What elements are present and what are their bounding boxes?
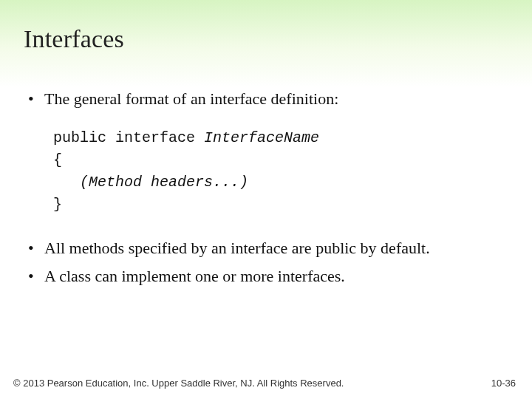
code-line: } xyxy=(53,194,508,216)
code-block: public interface InterfaceName{ (Method … xyxy=(53,127,508,216)
page-title: Interfaces xyxy=(24,25,124,53)
bullet-item: All methods specified by an interface ar… xyxy=(24,236,508,260)
bullet-text: All methods specified by an interface ar… xyxy=(44,239,430,257)
bullet-text: The general format of an interface defin… xyxy=(44,89,338,108)
code-placeholder: (Method headers...) xyxy=(53,171,508,194)
code-placeholder: InterfaceName xyxy=(204,129,319,146)
code-line: { xyxy=(53,149,508,171)
slide: Interfaces The general format of an inte… xyxy=(0,0,532,399)
bullet-item: A class can implement one or more interf… xyxy=(24,265,508,288)
code-text: public interface xyxy=(53,129,204,146)
content-area: The general format of an interface defin… xyxy=(24,87,508,293)
bullet-text: A class can implement one or more interf… xyxy=(44,267,345,285)
bullet-item: The general format of an interface defin… xyxy=(24,87,508,111)
footer-copyright: © 2013 Pearson Education, Inc. Upper Sad… xyxy=(13,378,344,389)
page-number: 10-36 xyxy=(491,378,516,389)
bullet-list-top: The general format of an interface defin… xyxy=(24,87,508,111)
bullet-list-bottom: All methods specified by an interface ar… xyxy=(24,236,508,288)
code-line: public interface InterfaceName xyxy=(53,127,508,149)
